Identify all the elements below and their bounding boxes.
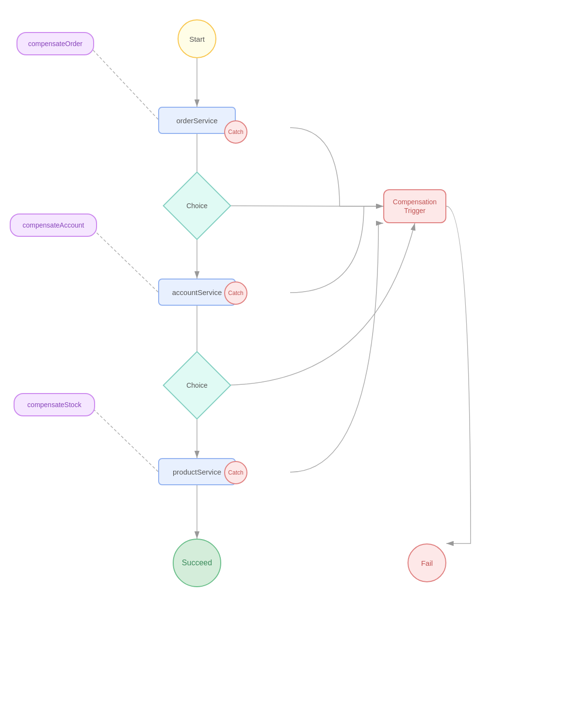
compensation-trigger-node[interactable]: Compensation Trigger: [383, 189, 446, 223]
start-label: Start: [189, 35, 205, 43]
svg-line-7: [90, 47, 158, 119]
fail-node[interactable]: Fail: [408, 543, 446, 582]
compensate-order-label: compensateOrder: [28, 40, 82, 48]
compensate-account-label: compensateAccount: [23, 221, 84, 229]
compensate-account-node[interactable]: compensateAccount: [10, 214, 97, 237]
catch2-label: Catch: [228, 290, 243, 296]
start-node[interactable]: Start: [178, 19, 216, 58]
diagram-container: Start orderService Choice accountService…: [0, 0, 588, 724]
catch1-badge[interactable]: Catch: [224, 120, 247, 144]
connections-svg: [0, 0, 588, 724]
choice2-node[interactable]: Choice: [173, 361, 221, 410]
compensate-stock-label: compensateStock: [27, 401, 81, 409]
catch3-badge[interactable]: Catch: [224, 461, 247, 484]
choice1-label: Choice: [186, 202, 208, 210]
compensation-trigger-label: Compensation Trigger: [393, 197, 437, 215]
fail-label: Fail: [421, 559, 433, 567]
choice2-label: Choice: [186, 381, 208, 389]
account-service-label: accountService: [172, 288, 222, 296]
compensate-order-node[interactable]: compensateOrder: [16, 32, 94, 55]
succeed-label: Succeed: [182, 559, 212, 567]
order-service-label: orderService: [176, 116, 217, 125]
catch1-label: Catch: [228, 129, 243, 135]
product-service-label: productService: [173, 468, 221, 476]
succeed-node[interactable]: Succeed: [173, 539, 221, 587]
svg-line-9: [90, 406, 158, 472]
choice1-node[interactable]: Choice: [173, 181, 221, 230]
svg-line-8: [90, 226, 158, 292]
compensate-stock-node[interactable]: compensateStock: [14, 393, 95, 416]
catch2-badge[interactable]: Catch: [224, 281, 247, 305]
catch3-label: Catch: [228, 469, 243, 476]
